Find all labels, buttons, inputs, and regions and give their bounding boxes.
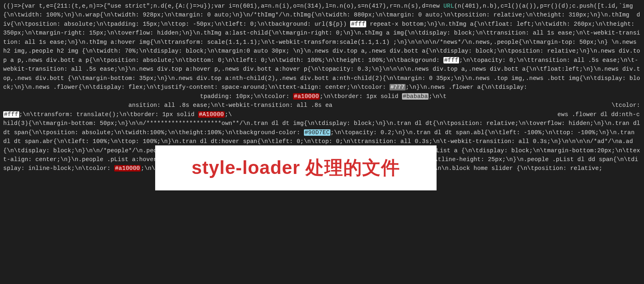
- hex-color-fff: #fff: [350, 21, 366, 27]
- code-text: ;\n}\n.news .flower a{\n\tdisplay:: [406, 84, 531, 90]
- url-token: URL: [443, 3, 454, 9]
- hex-color-777: #777: [390, 84, 406, 90]
- code-text: ;\: [225, 111, 232, 118]
- code-text: ;\n\t: [429, 93, 447, 100]
- code-text: ;\n\tborder: 1px solid: [320, 93, 402, 100]
- hex-color-A10000: #A10000: [198, 111, 225, 118]
- hex-color-bababa: #bababa: [402, 93, 429, 100]
- hex-color-a10000: #a10000: [114, 165, 141, 172]
- code-text: tpadding: 10px;\n\tcolor:: [200, 93, 293, 100]
- hex-color-fff: #fff: [443, 57, 459, 63]
- hex-color-90D7EC: #90D7EC: [304, 129, 330, 136]
- hex-color-a10000: #a10000: [293, 93, 320, 100]
- annotation-text: style-loader 处理的文件: [192, 153, 400, 182]
- code-text: \tcolor:: [611, 102, 644, 108]
- hex-color-fff: #fff: [3, 111, 19, 118]
- annotation-overlay: style-loader 处理的文件: [155, 145, 437, 190]
- code-text: ;\n\ttransform: translate();\n\tborder: …: [19, 111, 198, 118]
- code-text: ansition: all .8s ease;\n\t-webkit-trans…: [129, 102, 332, 108]
- code-text: (()=>{var t,e={211:(t,e,n)=>{"use strict…: [3, 3, 443, 9]
